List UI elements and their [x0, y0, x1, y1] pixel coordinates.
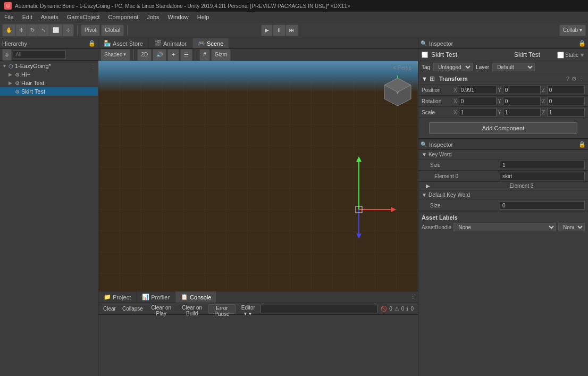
menu-jobs[interactable]: Jobs: [142, 12, 163, 22]
rect-tool[interactable]: ⬜: [49, 24, 63, 36]
tag-select[interactable]: Untagged: [433, 63, 473, 71]
menu-assets[interactable]: Assets: [37, 12, 63, 22]
editor-dropdown[interactable]: Editor ▾: [237, 304, 259, 314]
clear-on-build-button[interactable]: Clear on Build: [177, 304, 207, 314]
tab-animator[interactable]: 🎬 Animator: [149, 38, 192, 48]
static-dropdown[interactable]: ▼: [579, 52, 585, 58]
hierarchy-search-input[interactable]: [13, 51, 66, 59]
element3-arrow[interactable]: ▶: [422, 183, 501, 189]
audio-button[interactable]: 🔊: [153, 49, 166, 61]
arrow-icon: ▶: [9, 80, 15, 86]
scale-z-field: Z: [542, 108, 585, 116]
layer-select[interactable]: Default: [492, 63, 535, 71]
tab-icon: 🎬: [154, 40, 162, 47]
hierarchy-add-button[interactable]: +: [2, 49, 12, 61]
pivot-button[interactable]: Pivot: [81, 24, 100, 36]
move-tool[interactable]: ✛: [16, 24, 27, 36]
menu-file[interactable]: File: [0, 12, 18, 22]
hierarchy-item-skirt[interactable]: ▶ ⚙ Skirt Test: [0, 87, 98, 96]
rotation-y-input[interactable]: [503, 97, 541, 105]
error-count: 0: [389, 306, 392, 312]
collab-button[interactable]: Collab ▾: [559, 24, 586, 36]
clear-on-play-button[interactable]: Clear on Play: [147, 304, 176, 314]
hierarchy-item-root[interactable]: ▼ ⬡ 1-EazyGoing* ⋮: [0, 62, 98, 70]
scale-tool[interactable]: ⤡: [38, 24, 49, 36]
hierarchy-lock-icon[interactable]: 🔒: [88, 40, 96, 47]
transform-icon: ⊞: [430, 75, 435, 82]
tab-asset-store[interactable]: 🏪 Asset Store: [98, 38, 149, 48]
collapse-button[interactable]: Collapse: [120, 304, 146, 314]
menu-edit[interactable]: Edit: [18, 12, 37, 22]
console-options[interactable]: ⋮: [408, 294, 418, 300]
pause-button[interactable]: ⏸: [273, 24, 285, 36]
menu-component[interactable]: Component: [104, 12, 142, 22]
keyword-section-header[interactable]: ▼ Key Word: [422, 152, 585, 157]
scale-y-input[interactable]: [503, 108, 541, 116]
position-x-input[interactable]: [459, 86, 497, 94]
keyword-size-row: Size: [418, 160, 588, 171]
object-active-checkbox[interactable]: [422, 52, 428, 58]
console-search-input[interactable]: [261, 305, 377, 313]
sky-gradient: [98, 61, 418, 93]
keyword-size-input[interactable]: [500, 161, 585, 169]
tab-console[interactable]: 📋 Console: [175, 291, 217, 303]
scene-viewport[interactable]: < Persp Y: [98, 61, 418, 291]
fx-button[interactable]: ✦: [167, 49, 179, 61]
add-component-button[interactable]: Add Component: [429, 122, 577, 134]
position-xyz: X Y Z: [453, 86, 585, 94]
rotation-row: Rotation X Y Z: [418, 96, 588, 107]
object-name-field[interactable]: [431, 51, 511, 59]
rotation-x-input[interactable]: [459, 97, 497, 105]
asset-bundle-select2[interactable]: None: [558, 223, 585, 231]
scale-x-field: X: [453, 108, 497, 116]
keyword-element3-row: ▶ Element 3: [418, 182, 588, 190]
default-keyword-header[interactable]: ▼ Default Key Word: [422, 192, 585, 198]
settings-icon[interactable]: ⚙: [572, 76, 577, 82]
y-label: Y: [498, 98, 502, 104]
rotation-z-input[interactable]: [547, 97, 585, 105]
position-y-input[interactable]: [503, 86, 541, 94]
menu-window[interactable]: Window: [164, 12, 193, 22]
2d-button[interactable]: 2D: [137, 49, 152, 61]
grid-button[interactable]: #: [199, 49, 210, 61]
scale-z-input[interactable]: [547, 108, 585, 116]
error-pause-button[interactable]: Error Pause: [208, 304, 236, 314]
hierarchy-item-hi[interactable]: ▶ ⚙ Hi~: [0, 70, 98, 79]
sep: [133, 49, 134, 60]
menu-help[interactable]: Help: [193, 12, 214, 22]
menu-gameobject[interactable]: GameObject: [63, 12, 104, 22]
clear-button[interactable]: Clear: [100, 304, 119, 314]
info-icon: ℹ: [406, 306, 408, 312]
asset-bundle-select[interactable]: None: [453, 223, 556, 231]
global-button[interactable]: Global: [101, 24, 124, 36]
gizmos-button[interactable]: Gizm: [211, 49, 231, 61]
tab-profiler[interactable]: 📊 Profiler: [137, 291, 175, 303]
transform-tool[interactable]: ⊹: [63, 24, 73, 36]
tab-project[interactable]: 📁 Project: [98, 291, 137, 303]
hierarchy-item-hair[interactable]: ▶ ⚙ Hair Test: [0, 79, 98, 87]
overflow-icon[interactable]: ⋮: [579, 76, 585, 82]
step-button[interactable]: ⏭: [285, 24, 298, 36]
scale-x-input[interactable]: [459, 108, 497, 116]
console-search: [261, 305, 377, 313]
keyword-arrow: ▼: [422, 152, 427, 157]
transform-header[interactable]: ▼ ⊞ Transform ? ⚙ ⋮: [418, 73, 588, 85]
help-icon[interactable]: ?: [566, 76, 569, 82]
scene-options[interactable]: ☰: [180, 49, 192, 61]
hand-tool[interactable]: ✋: [3, 24, 16, 36]
default-keyword-size-input[interactable]: [500, 201, 585, 210]
rotate-tool[interactable]: ↻: [27, 24, 38, 36]
y-label: Y: [498, 110, 502, 115]
keyword-element0-input[interactable]: [500, 172, 585, 180]
inspector-bottom-lock[interactable]: 🔒: [578, 141, 586, 148]
tab-scene[interactable]: 🎮 Scene: [192, 38, 229, 48]
shading-dropdown[interactable]: Shaded: [100, 49, 130, 61]
hierarchy-item-menu[interactable]: ⋮: [90, 63, 96, 69]
position-z-field: Z: [542, 86, 585, 94]
play-button[interactable]: ▶: [261, 24, 273, 36]
static-checkbox[interactable]: [557, 52, 564, 59]
inspector-lock-icon[interactable]: 🔒: [578, 40, 586, 47]
console-counts: 🚫 0 ⚠ 0 ℹ 0: [379, 306, 416, 312]
title-text: Automatic Dynamic Bone - 1-EazyGoing - P…: [15, 3, 350, 9]
position-z-input[interactable]: [547, 86, 585, 94]
